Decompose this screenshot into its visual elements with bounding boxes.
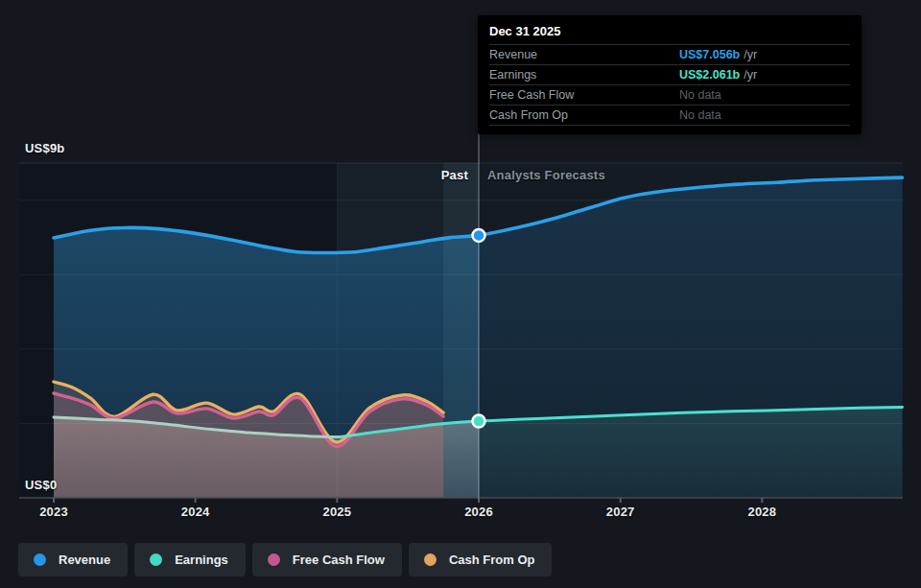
- x-tick-label-2027: 2027: [606, 505, 635, 519]
- legend-label: Earnings: [175, 553, 228, 567]
- tooltip-row-label: Earnings: [489, 68, 679, 82]
- revenue-series-dot-icon: [34, 553, 46, 566]
- tooltip-row-free-cash-flow: Free Cash FlowNo data: [489, 84, 850, 105]
- x-tick-label-2024: 2024: [181, 505, 210, 519]
- analysts-forecasts-section-label: Analysts Forecasts: [487, 168, 605, 182]
- legend-label: Cash From Op: [449, 553, 535, 567]
- chart-legend: RevenueEarningsFree Cash FlowCash From O…: [18, 543, 552, 576]
- earnings-hover-marker[interactable]: [473, 415, 485, 428]
- hover-tooltip: Dec 31 2025 RevenueUS$7.056b/yrEarningsU…: [478, 15, 862, 134]
- y-axis-top-label: US$9b: [25, 141, 64, 155]
- chart-x-axis: [19, 498, 903, 503]
- tooltip-row-earnings: EarningsUS$2.061b/yr: [489, 64, 850, 84]
- past-section-label: Past: [382, 168, 468, 182]
- y-axis-bottom-label: US$0: [25, 478, 57, 492]
- legend-toggle-cash-from-op[interactable]: Cash From Op: [409, 543, 553, 576]
- tooltip-row-cash-from-op: Cash From OpNo data: [489, 105, 850, 125]
- chart-highlight-bands: [443, 163, 479, 498]
- tooltip-row-unit: /yr: [744, 48, 757, 61]
- free-cash-flow-series-dot-icon: [268, 553, 280, 566]
- legend-label: Free Cash Flow: [293, 553, 385, 567]
- x-tick-label-2025: 2025: [322, 505, 351, 519]
- legend-toggle-earnings[interactable]: Earnings: [134, 543, 246, 576]
- earnings-series-dot-icon: [150, 553, 162, 566]
- tooltip-row-value: No data: [679, 88, 721, 102]
- tooltip-row-label: Free Cash Flow: [489, 88, 679, 102]
- legend-label: Revenue: [59, 553, 110, 567]
- x-tick-label-2023: 2023: [39, 505, 68, 519]
- tooltip-row-label: Revenue: [489, 48, 679, 61]
- tooltip-row-value: US$2.061b: [679, 68, 740, 82]
- tooltip-row-unit: /yr: [744, 68, 757, 82]
- tooltip-row-value: US$7.056b: [679, 48, 740, 61]
- legend-toggle-revenue[interactable]: Revenue: [18, 543, 128, 576]
- x-tick-label-2028: 2028: [747, 505, 776, 519]
- cash-from-op-series-dot-icon: [424, 553, 437, 566]
- tooltip-row-label: Cash From Op: [489, 108, 679, 122]
- revenue-hover-marker[interactable]: [473, 229, 485, 242]
- tooltip-date-title: Dec 31 2025: [478, 15, 862, 44]
- earnings-revenue-growth-chart: US$9b US$0 Past Analysts Forecasts 20232…: [0, 0, 921, 588]
- tooltip-row-revenue: RevenueUS$7.056b/yr: [489, 44, 850, 64]
- legend-toggle-free-cash-flow[interactable]: Free Cash Flow: [252, 543, 402, 576]
- tooltip-row-value: No data: [679, 108, 721, 122]
- tooltip-bottom-rule: [489, 125, 850, 126]
- x-tick-label-2026: 2026: [464, 505, 493, 519]
